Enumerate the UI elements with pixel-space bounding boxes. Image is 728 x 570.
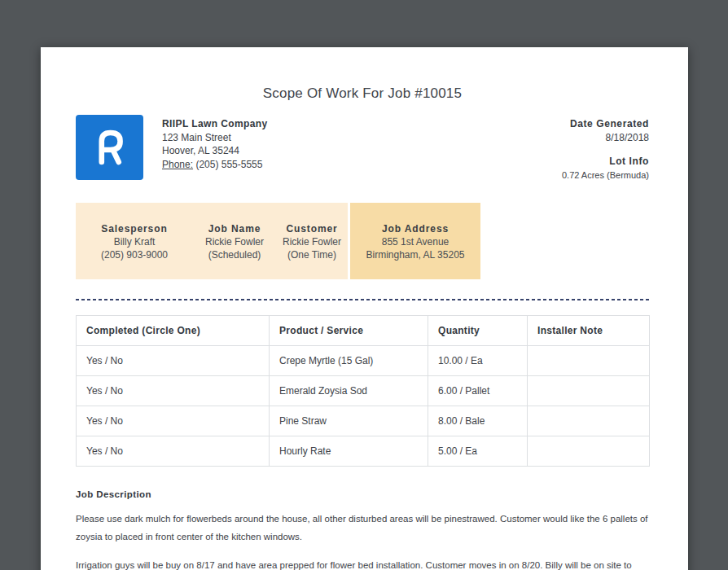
salesperson-phone: (205) 903-9000 xyxy=(76,248,193,261)
cell-quantity: 8.00 / Bale xyxy=(428,406,528,436)
job-address-street: 855 1st Avenue xyxy=(350,235,480,248)
job-name-status: (Scheduled) xyxy=(193,248,276,261)
meta-block: Date Generated 8/18/2018 Lot Info 0.72 A… xyxy=(562,115,649,182)
document-header: RIIPL Lawn Company 123 Main Street Hoove… xyxy=(76,115,649,182)
table-row: Yes / No Crepe Myrtle (15 Gal) 10.00 / E… xyxy=(77,346,650,376)
salesperson-label: Salesperson xyxy=(76,222,193,235)
company-address-line2: Hoover, AL 35244 xyxy=(162,144,268,158)
customer-type: (One Time) xyxy=(276,248,348,261)
table-header-row: Completed (Circle One) Product / Service… xyxy=(77,316,650,346)
job-summary-left: Salesperson Billy Kraft (205) 903-9000 J… xyxy=(76,203,348,279)
cell-quantity: 5.00 / Ea xyxy=(428,436,528,467)
cell-installer-note xyxy=(528,406,650,436)
customer-cell: Customer Rickie Fowler (One Time) xyxy=(276,203,348,279)
cell-product: Crepe Myrtle (15 Gal) xyxy=(270,346,428,376)
col-header-quantity: Quantity xyxy=(428,316,528,346)
company-name: RIIPL Lawn Company xyxy=(162,117,268,131)
cell-completed: Yes / No xyxy=(77,376,270,406)
cell-product: Emerald Zoysia Sod xyxy=(270,376,428,406)
customer-label: Customer xyxy=(276,222,348,235)
cell-installer-note xyxy=(528,436,650,467)
cell-completed: Yes / No xyxy=(77,346,270,376)
job-address-label: Job Address xyxy=(350,222,480,235)
phone-label: Phone: xyxy=(162,159,193,170)
job-description-paragraph-1: Please use dark mulch for flowerbeds aro… xyxy=(76,511,649,546)
cell-quantity: 6.00 / Pallet xyxy=(428,376,528,406)
cell-installer-note xyxy=(528,376,650,406)
date-generated-value: 8/18/2018 xyxy=(562,131,649,145)
cell-product: Pine Straw xyxy=(270,406,428,436)
lot-info-label: Lot Info xyxy=(562,155,649,169)
phone-value: (205) 555-5555 xyxy=(195,159,262,170)
cell-product: Hourly Rate xyxy=(270,436,428,467)
company-info: RIIPL Lawn Company 123 Main Street Hoove… xyxy=(162,115,268,182)
document-page: Scope Of Work For Job #10015 RIIPL Lawn … xyxy=(41,47,688,570)
cell-installer-note xyxy=(528,346,650,376)
table-row: Yes / No Pine Straw 8.00 / Bale xyxy=(77,406,650,436)
cell-completed: Yes / No xyxy=(77,406,270,436)
job-name-cell: Job Name Rickie Fowler (Scheduled) xyxy=(193,203,276,279)
work-items-table: Completed (Circle One) Product / Service… xyxy=(76,315,650,467)
table-row: Yes / No Emerald Zoysia Sod 6.00 / Palle… xyxy=(77,376,650,406)
cell-completed: Yes / No xyxy=(77,436,270,467)
company-phone: Phone: (205) 555-5555 xyxy=(162,158,268,172)
job-summary-bar: Salesperson Billy Kraft (205) 903-9000 J… xyxy=(76,203,649,279)
col-header-product: Product / Service xyxy=(270,316,428,346)
company-address-line1: 123 Main Street xyxy=(162,131,268,145)
col-header-note: Installer Note xyxy=(528,316,650,346)
cell-quantity: 10.00 / Ea xyxy=(428,346,528,376)
dotted-divider xyxy=(76,299,649,300)
document-viewer-background: Scope Of Work For Job #10015 RIIPL Lawn … xyxy=(0,0,728,570)
company-logo xyxy=(76,115,143,180)
table-row: Yes / No Hourly Rate 5.00 / Ea xyxy=(77,436,650,467)
col-header-completed: Completed (Circle One) xyxy=(77,316,270,346)
document-title: Scope Of Work For Job #10015 xyxy=(76,86,649,102)
company-block: RIIPL Lawn Company 123 Main Street Hoove… xyxy=(76,115,268,182)
job-description-paragraph-2: Irrigation guys will be buy on 8/17 and … xyxy=(76,557,649,570)
job-address-city: Birmingham, AL 35205 xyxy=(350,248,480,261)
job-address-cell: Job Address 855 1st Avenue Birmingham, A… xyxy=(350,203,480,279)
salesperson-cell: Salesperson Billy Kraft (205) 903-9000 xyxy=(76,203,193,279)
job-name-value: Rickie Fowler xyxy=(193,235,276,248)
customer-name: Rickie Fowler xyxy=(276,235,348,248)
lot-info-value: 0.72 Acres (Bermuda) xyxy=(562,169,649,182)
job-description-heading: Job Description xyxy=(76,489,649,499)
logo-r-icon xyxy=(86,123,134,172)
salesperson-name: Billy Kraft xyxy=(76,235,193,248)
date-generated-label: Date Generated xyxy=(562,117,649,131)
job-name-label: Job Name xyxy=(193,222,276,235)
